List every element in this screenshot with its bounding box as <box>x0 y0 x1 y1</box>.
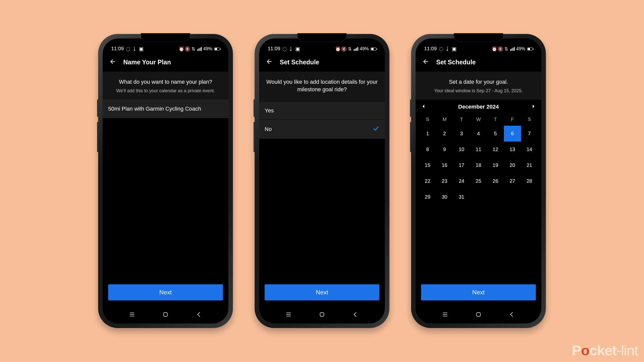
prev-month-button[interactable] <box>421 104 426 110</box>
calendar-day[interactable]: 27 <box>504 173 521 189</box>
calendar-dow: W <box>470 115 487 126</box>
calendar-day[interactable]: 24 <box>453 173 470 189</box>
calendar-day[interactable]: 25 <box>470 173 487 189</box>
content-area: What do you want to name your plan? We'l… <box>103 72 228 307</box>
calendar-day[interactable]: 13 <box>504 142 521 157</box>
page-header: Set Schedule <box>416 53 541 72</box>
next-button[interactable]: Next <box>421 284 536 300</box>
signal-icon <box>354 47 358 51</box>
calendar-day[interactable]: 16 <box>436 157 453 173</box>
option-no-label: No <box>265 126 272 132</box>
calendar-day[interactable]: 17 <box>453 157 470 173</box>
calendar-day[interactable]: 9 <box>436 142 453 157</box>
calendar-day[interactable]: 12 <box>487 142 504 157</box>
screen-2: 11:09 ◌ ⭣ ▣ ⏰ 🔇 ⇅ 49% Set Sch <box>259 38 385 324</box>
download-icon: ⭣ <box>132 47 137 51</box>
calendar-day[interactable]: 5 <box>487 126 504 142</box>
screen-3: 11:09 ◌ ⭣ ▣ ⏰ 🔇 ⇅ 49% Set Sch <box>416 38 541 324</box>
back-key[interactable] <box>507 310 516 319</box>
calendar: December 2024 SMTWTFS 123456789101112131… <box>416 100 541 207</box>
calendar-day[interactable]: 30 <box>436 189 453 205</box>
phone-frame-1: 11:09 ◌ ⭣ ▣ ⏰ 🔇 ⇅ 49% Name Yo <box>98 34 233 328</box>
cloud-icon: ◌ <box>126 47 130 51</box>
page-header: Set Schedule <box>259 53 385 72</box>
footer: Next <box>259 282 385 307</box>
calendar-day[interactable]: 15 <box>419 157 436 173</box>
recents-key[interactable] <box>128 310 137 319</box>
phone-frame-3: 11:09 ◌ ⭣ ▣ ⏰ 🔇 ⇅ 49% Set Sch <box>411 34 546 328</box>
svg-rect-2 <box>476 312 480 316</box>
back-arrow-icon[interactable] <box>109 58 116 66</box>
notch <box>142 34 189 41</box>
calendar-week: 293031 <box>419 189 538 205</box>
mute-icon: 🔇 <box>185 47 190 51</box>
option-yes[interactable]: Yes <box>259 102 385 119</box>
screen-1: 11:09 ◌ ⭣ ▣ ⏰ 🔇 ⇅ 49% Name Yo <box>103 38 228 324</box>
calendar-empty <box>521 189 538 205</box>
calendar-day[interactable]: 7 <box>521 126 538 142</box>
battery-icon <box>371 48 376 51</box>
calendar-day[interactable]: 28 <box>521 173 538 189</box>
svg-rect-0 <box>164 312 167 316</box>
back-key[interactable] <box>194 310 204 319</box>
calendar-day[interactable]: 8 <box>419 142 436 157</box>
option-no[interactable]: No <box>259 119 385 139</box>
calendar-day[interactable]: 1 <box>419 126 436 142</box>
status-left: 11:09 ◌ ⭣ ▣ <box>268 46 300 52</box>
calendar-day[interactable]: 10 <box>453 142 470 157</box>
download-icon: ⭣ <box>289 47 293 51</box>
next-button[interactable]: Next <box>108 284 223 300</box>
calendar-day[interactable]: 18 <box>470 157 487 173</box>
status-right: ⏰ 🔇 ⇅ 49% <box>492 46 533 52</box>
plan-name-input[interactable]: 50mi Plan with Garmin Cycling Coach <box>103 100 228 118</box>
calendar-day[interactable]: 21 <box>521 157 538 173</box>
home-key[interactable] <box>161 310 170 319</box>
recents-key[interactable] <box>440 310 450 319</box>
calendar-day[interactable]: 3 <box>453 126 470 142</box>
wm-thin: -lint <box>617 342 638 358</box>
calendar-day[interactable]: 29 <box>419 189 436 205</box>
wifi-icon: ⇅ <box>504 47 509 51</box>
calendar-day[interactable]: 6 <box>504 126 521 142</box>
prompt-block: Set a date for your goal. Your ideal win… <box>416 72 541 100</box>
calendar-day[interactable]: 26 <box>487 173 504 189</box>
recents-key[interactable] <box>284 310 293 319</box>
wifi-icon: ⇅ <box>191 47 196 51</box>
signal-icon <box>510 47 515 51</box>
calendar-dow: S <box>419 115 436 126</box>
calendar-grid: 1234567891011121314151617181920212223242… <box>419 126 538 205</box>
calendar-week: 22232425262728 <box>419 173 538 189</box>
calendar-day[interactable]: 20 <box>504 157 521 173</box>
home-key[interactable] <box>474 310 483 319</box>
prompt-block: Would you like to add location details f… <box>259 72 385 102</box>
calendar-day[interactable]: 11 <box>470 142 487 157</box>
home-key[interactable] <box>317 310 327 319</box>
mute-icon: 🔇 <box>498 47 503 51</box>
alarm-icon: ⏰ <box>492 47 497 51</box>
back-key[interactable] <box>351 310 360 319</box>
calendar-day[interactable]: 2 <box>436 126 453 142</box>
calendar-day[interactable]: 19 <box>487 157 504 173</box>
calendar-day[interactable]: 31 <box>453 189 470 205</box>
prompt-subtitle: Your ideal window is Sep 27 - Aug 15, 20… <box>421 88 536 94</box>
battery-pct: 49% <box>360 46 369 52</box>
watermark: Pocket-lint <box>572 342 638 358</box>
calendar-month-label: December 2024 <box>458 104 499 110</box>
image-icon: ▣ <box>139 47 143 51</box>
battery-pct: 49% <box>203 46 212 52</box>
calendar-day[interactable]: 23 <box>436 173 453 189</box>
next-button[interactable]: Next <box>265 284 379 300</box>
calendar-day[interactable]: 22 <box>419 173 436 189</box>
back-arrow-icon[interactable] <box>266 58 273 66</box>
battery-icon <box>214 48 220 51</box>
android-navbar <box>259 307 385 324</box>
calendar-day[interactable]: 14 <box>521 142 538 157</box>
calendar-day[interactable]: 4 <box>470 126 487 142</box>
content-area: Would you like to add location details f… <box>259 72 385 307</box>
back-arrow-icon[interactable] <box>422 58 429 66</box>
status-left: 11:09 ◌ ⭣ ▣ <box>111 46 143 52</box>
next-month-button[interactable] <box>531 104 536 110</box>
calendar-dow-row: SMTWTFS <box>419 115 538 126</box>
calendar-dow: T <box>453 115 470 126</box>
calendar-dow: F <box>504 115 521 126</box>
